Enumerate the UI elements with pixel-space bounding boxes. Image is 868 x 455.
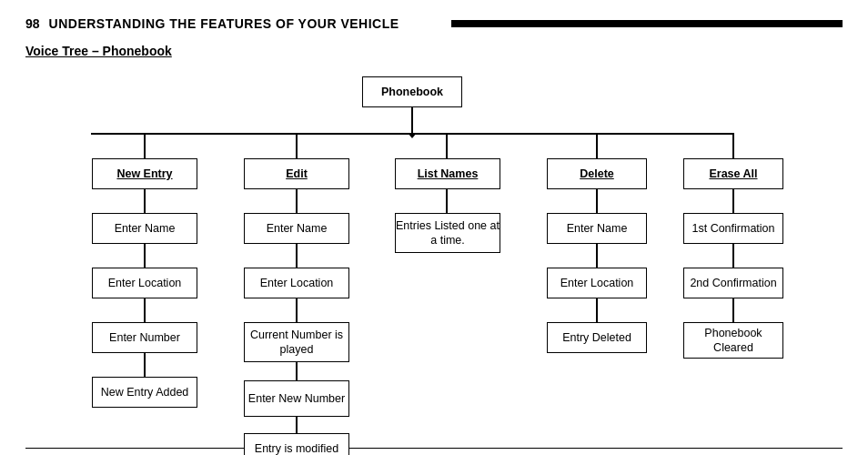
col3-drop — [446, 133, 448, 158]
col4-a2 — [596, 244, 598, 268]
col2-node2: Enter Location — [244, 268, 349, 298]
col1-node4: New Entry Added — [92, 377, 197, 408]
col2-node1: Enter Name — [244, 213, 349, 244]
col4-header: Delete — [547, 158, 647, 189]
col2-a1 — [296, 189, 298, 213]
col5-drop — [732, 133, 734, 158]
col1-a2 — [144, 244, 146, 268]
col4-a1 — [596, 189, 598, 213]
col1-node1: Enter Name — [92, 213, 197, 244]
page: 98 UNDERSTANDING THE FEATURES OF YOUR VE… — [0, 0, 868, 455]
col2-node4: Enter New Number — [244, 380, 349, 417]
top-hline — [91, 133, 733, 135]
header: 98 UNDERSTANDING THE FEATURES OF YOUR VE… — [25, 16, 843, 31]
col4-node3: Entry Deleted — [547, 322, 647, 353]
col5-node1: 1st Confirmation — [683, 213, 783, 244]
root-node: Phonebook — [362, 76, 462, 107]
root-arrow-down — [411, 107, 413, 133]
col5-a1 — [732, 189, 734, 213]
col2-a5 — [296, 417, 298, 433]
col1-node3: Enter Number — [92, 322, 197, 353]
diagram-area: Phonebook New Entry Enter Name Enter Loc… — [25, 67, 843, 440]
col2-a4 — [296, 362, 298, 380]
col2-a3 — [296, 298, 298, 322]
col2-header: Edit — [244, 158, 349, 189]
col5-node2: 2nd Confirmation — [683, 268, 783, 298]
col1-header: New Entry — [92, 158, 197, 189]
col5-node3: Phonebook Cleared — [683, 322, 783, 359]
col1-a1 — [144, 189, 146, 213]
col2-drop — [296, 133, 298, 158]
col4-drop — [596, 133, 598, 158]
col4-node1: Enter Name — [547, 213, 647, 244]
col1-a4 — [144, 353, 146, 377]
header-bar — [451, 20, 843, 27]
page-number: 98 — [25, 16, 40, 31]
col2-a2 — [296, 244, 298, 268]
col4-a3 — [596, 298, 598, 322]
page-title: UNDERSTANDING THE FEATURES OF YOUR VEHIC… — [49, 16, 440, 31]
col1-node2: Enter Location — [92, 268, 197, 298]
col3-header: List Names — [395, 158, 500, 189]
col5-a2 — [732, 244, 734, 268]
col3-a1 — [446, 189, 448, 213]
col5-a3 — [732, 298, 734, 322]
col2-node3: Current Number is played — [244, 322, 349, 362]
col5-header: Erase All — [683, 158, 783, 189]
footnote: Note: Available Voice commands are shown… — [25, 448, 843, 455]
col1-drop — [144, 133, 146, 158]
col3-node1: Entries Listed one at a time. — [395, 213, 500, 253]
col2-node5: Entry is modified — [244, 433, 349, 455]
diagram-title: Voice Tree – Phonebook — [25, 44, 172, 58]
col4-node2: Enter Location — [547, 268, 647, 298]
col1-a3 — [144, 298, 146, 322]
